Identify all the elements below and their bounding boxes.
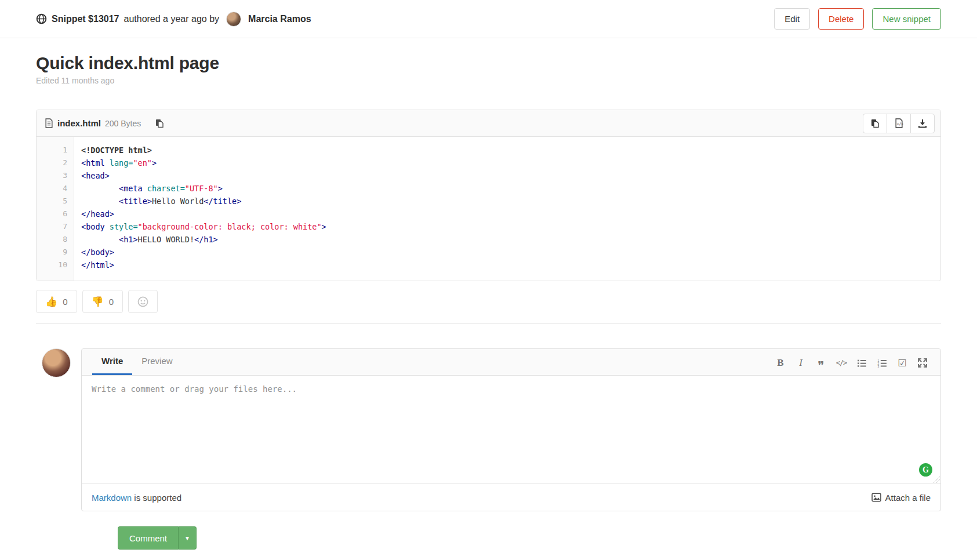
code-line: 9</body>: [37, 246, 940, 259]
code-line: 1<!DOCTYPE html>: [37, 144, 940, 157]
code-line-content: <meta charset="UTF-8">: [74, 182, 223, 195]
attach-file-button[interactable]: Attach a file: [871, 493, 931, 503]
markdown-toolbar: B I ❞ </> 123 ☑: [774, 357, 940, 375]
file-header: index.html 200 Bytes </>: [37, 110, 940, 137]
code-line: 10</html>: [37, 259, 940, 271]
snippet-id-label: Snippet $13017: [52, 14, 119, 24]
delete-button[interactable]: Delete: [818, 8, 864, 30]
thumbsdown-award-button[interactable]: 👎 0: [82, 290, 124, 313]
line-number-link[interactable]: 7: [37, 220, 74, 233]
thumbsdown-icon: 👎: [92, 296, 104, 308]
bullet-list-icon[interactable]: [855, 357, 868, 369]
author-name-link[interactable]: Marcia Ramos: [248, 14, 311, 24]
new-snippet-button[interactable]: New snippet: [872, 8, 941, 30]
file-name: index.html: [57, 118, 101, 128]
copy-file-path-button[interactable]: [152, 116, 166, 130]
task-list-icon[interactable]: ☑: [896, 357, 909, 369]
markdown-supported-note: Markdown is supported: [92, 493, 181, 503]
code-line-content: </html>: [74, 259, 114, 271]
tab-preview[interactable]: Preview: [132, 348, 181, 375]
file-viewer: index.html 200 Bytes </> 1<!DOCTYPE html…: [36, 110, 941, 281]
code-line: 2<html lang="en">: [37, 157, 940, 169]
line-number-link[interactable]: 6: [37, 208, 74, 220]
comment-textarea[interactable]: [82, 376, 940, 483]
editor-tabs: Write Preview: [92, 348, 182, 375]
code-line: 8 <h1>HELLO WORLD!</h1>: [37, 233, 940, 246]
markdown-editor-header: Write Preview B I ❞ </> 123 ☑: [82, 349, 940, 376]
snippet-header-bar: Snippet $13017 authored a year ago by Ma…: [0, 0, 977, 38]
line-number-link[interactable]: 3: [37, 169, 74, 182]
comment-submit-button[interactable]: Comment: [118, 526, 178, 550]
editor-footer: Markdown is supported Attach a file: [82, 483, 940, 511]
italic-icon[interactable]: I: [794, 357, 807, 369]
code-line: 4 <meta charset="UTF-8">: [37, 182, 940, 195]
download-button[interactable]: [910, 114, 935, 133]
edit-button[interactable]: Edit: [774, 8, 810, 30]
grammarly-badge[interactable]: G: [919, 463, 932, 477]
numbered-list-icon[interactable]: 123: [876, 357, 888, 369]
award-emoji-row: 👍 0 👎 0: [36, 290, 941, 313]
snippet-actions: Edit Delete New snippet: [774, 8, 941, 30]
line-number-link[interactable]: 8: [37, 233, 74, 246]
code-line-content: </body>: [74, 246, 114, 259]
snippet-title-block: Quick index.html page Edited 11 months a…: [36, 38, 941, 85]
image-icon: [871, 493, 881, 502]
thumbsdown-count: 0: [109, 297, 114, 307]
comment-editor: Write Preview B I ❞ </> 123 ☑: [81, 348, 941, 511]
resize-handle[interactable]: [933, 476, 940, 483]
line-number-link[interactable]: 4: [37, 182, 74, 195]
quote-icon[interactable]: ❞: [815, 357, 827, 369]
thumbsup-award-button[interactable]: 👍 0: [36, 290, 77, 313]
open-raw-button[interactable]: </>: [887, 114, 911, 133]
file-size: 200 Bytes: [105, 119, 141, 128]
authored-text: authored a year ago by: [124, 14, 220, 24]
copy-contents-button[interactable]: [863, 114, 887, 133]
line-number-link[interactable]: 2: [37, 157, 74, 169]
code-table: 1<!DOCTYPE html>2<html lang="en">3<head>…: [37, 137, 940, 281]
thumbsup-icon: 👍: [45, 296, 57, 308]
code-line: 3<head>: [37, 169, 940, 182]
code-line-content: <head>: [74, 169, 110, 182]
write-area: G: [82, 376, 940, 483]
globe-icon: [36, 13, 47, 24]
markdown-link[interactable]: Markdown: [92, 493, 132, 503]
svg-text:3: 3: [877, 365, 879, 367]
smiley-icon: [137, 296, 148, 307]
edited-timestamp: Edited 11 months ago: [36, 76, 941, 85]
code-icon[interactable]: </>: [835, 357, 848, 369]
add-reaction-button[interactable]: [128, 290, 158, 313]
supported-text: is supported: [132, 493, 181, 503]
code-line: 7<body style="background-color: black; c…: [37, 220, 940, 233]
file-actions-group: </>: [863, 114, 935, 133]
code-line-content: </head>: [74, 208, 114, 220]
submit-row: Comment ▼: [118, 526, 941, 550]
snippet-meta: Snippet $13017 authored a year ago by Ma…: [36, 12, 311, 27]
line-number-link[interactable]: 1: [37, 144, 74, 157]
line-number-link[interactable]: 10: [37, 259, 74, 271]
code-line-content: <body style="background-color: black; co…: [74, 220, 326, 233]
page-title: Quick index.html page: [36, 53, 941, 73]
new-comment-section: Write Preview B I ❞ </> 123 ☑: [36, 324, 941, 511]
code-line-content: <h1>HELLO WORLD!</h1>: [74, 233, 218, 246]
code-line-content: <html lang="en">: [74, 157, 157, 169]
line-number-link[interactable]: 5: [37, 195, 74, 208]
fullscreen-icon[interactable]: [916, 357, 929, 369]
code-line-content: <title>Hello World</title>: [74, 195, 241, 208]
svg-text:</>: </>: [896, 122, 903, 126]
bold-icon[interactable]: B: [774, 357, 787, 369]
comment-dropdown-caret[interactable]: ▼: [178, 526, 197, 550]
chevron-down-icon: ▼: [184, 535, 190, 541]
thumbsup-count: 0: [63, 297, 67, 307]
code-line: 6</head>: [37, 208, 940, 220]
code-line: 5 <title>Hello World</title>: [37, 195, 940, 208]
current-user-avatar: [42, 348, 71, 377]
attach-file-label: Attach a file: [885, 493, 931, 503]
file-icon: [45, 118, 53, 128]
line-number-link[interactable]: 9: [37, 246, 74, 259]
author-avatar[interactable]: [226, 12, 241, 27]
code-line-content: <!DOCTYPE html>: [74, 144, 152, 157]
tab-write[interactable]: Write: [92, 348, 132, 375]
